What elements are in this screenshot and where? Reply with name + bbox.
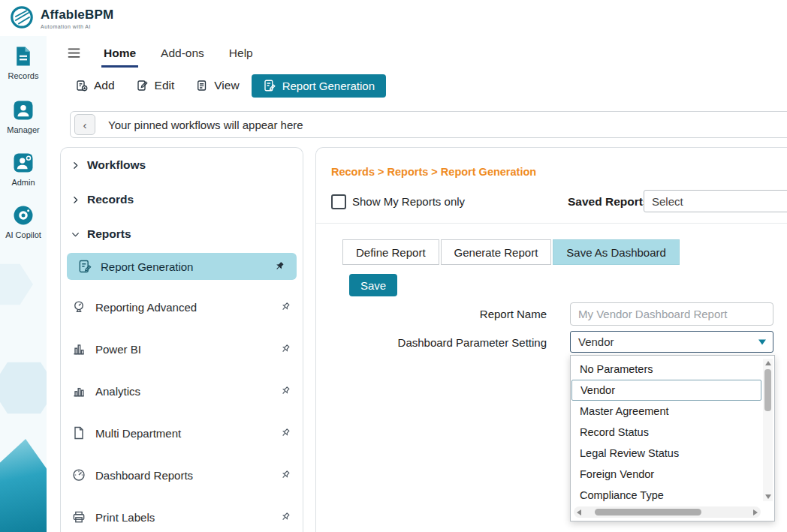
dropdown-option-record-status[interactable]: Record Status	[571, 422, 761, 443]
menu-item-home[interactable]: Home	[101, 38, 138, 68]
chevron-down-icon	[71, 230, 80, 239]
tree-item-label: Print Labels	[95, 511, 155, 524]
dashboard-parameter-value: Vendor	[578, 335, 614, 348]
hexagon-decoration	[0, 261, 33, 308]
dashboard-parameter-label: Dashboard Parameter Setting	[316, 336, 547, 349]
tree-item-label: Multi Department	[95, 427, 181, 440]
report-generation-icon	[263, 79, 276, 92]
report-tabs: Define Report Generate Report Save As Da…	[342, 239, 680, 265]
scroll-left-arrow-icon[interactable]	[577, 509, 581, 515]
add-label: Add	[94, 79, 115, 92]
tree-section-reports[interactable]: Reports	[61, 217, 303, 251]
report-name-input[interactable]	[570, 302, 773, 326]
dropdown-option-compliance-type[interactable]: Compliance Type	[571, 485, 761, 501]
sidebar-item-label: Admin	[11, 178, 35, 187]
vertical-scrollbar[interactable]	[763, 359, 773, 501]
tree-item-power-bi[interactable]: Power BI	[61, 328, 303, 370]
add-button[interactable]: Add	[75, 79, 115, 92]
edit-icon	[136, 79, 149, 92]
scroll-down-arrow-icon[interactable]	[765, 494, 771, 499]
tree-section-workflows[interactable]: Workflows	[61, 148, 303, 182]
tab-save-as-dashboard[interactable]: Save As Dashboard	[553, 239, 680, 265]
brand-name: AffableBPM	[41, 8, 113, 23]
report-generation-label: Report Generation	[282, 80, 375, 92]
sidebar-item-label: Records	[8, 71, 39, 80]
pin-icon[interactable]	[279, 469, 291, 482]
app-root: AffableBPM Automation with AI Records Ma…	[0, 0, 787, 532]
app-sidebar: Records Manager Admin AI Copilot	[0, 36, 47, 532]
sidebar-item-ai-copilot[interactable]: AI Copilot	[0, 204, 47, 239]
document-icon	[71, 425, 86, 440]
tree-item-label: Analytics	[95, 385, 140, 398]
pin-icon[interactable]	[279, 427, 291, 440]
chevron-right-icon	[71, 161, 80, 170]
show-my-reports-label: Show My Reports only	[352, 195, 465, 208]
dropdown-option-master-agreement[interactable]: Master Agreement	[571, 401, 761, 422]
tree-item-reporting-advanced[interactable]: Reporting Advanced	[61, 286, 303, 328]
action-toolbar: Add Edit View Report Generation	[47, 71, 787, 101]
tree-item-analytics[interactable]: Analytics	[61, 370, 303, 412]
tree-section-records[interactable]: Records	[61, 182, 303, 217]
ai-copilot-icon	[12, 204, 35, 227]
menu-item-help[interactable]: Help	[227, 38, 255, 68]
pin-icon[interactable]	[279, 511, 291, 524]
save-button[interactable]: Save	[349, 274, 397, 296]
dropdown-option-vendor[interactable]: Vendor	[571, 380, 761, 401]
saved-reports-label: Saved Reports	[568, 195, 650, 209]
dashboard-parameter-select[interactable]: Vendor	[570, 331, 773, 353]
tree-section-label: Records	[87, 193, 134, 206]
horizontal-scrollbar-thumb[interactable]	[595, 509, 701, 515]
tab-generate-report[interactable]: Generate Report	[441, 239, 552, 265]
hexagon-decoration	[0, 359, 47, 417]
pin-icon[interactable]	[279, 385, 291, 398]
view-icon	[195, 79, 209, 92]
dropdown-option-foreign-vendor[interactable]: Foreign Vendor	[571, 464, 761, 485]
hamburger-menu-icon[interactable]	[66, 45, 82, 61]
show-my-reports-checkbox[interactable]	[331, 194, 346, 209]
saved-reports-select[interactable]: Select	[644, 190, 787, 212]
view-button[interactable]: View	[195, 79, 239, 92]
parameter-dropdown-list: No Parameters Vendor Master Agreement Re…	[570, 355, 775, 521]
dropdown-option-legal-review-status[interactable]: Legal Review Status	[571, 443, 761, 464]
pin-icon[interactable]	[279, 343, 291, 356]
menu-bar: Home Add-ons Help	[47, 36, 787, 69]
vertical-scrollbar-thumb[interactable]	[764, 369, 771, 411]
admin-icon	[12, 152, 35, 174]
tree-item-label: Reporting Advanced	[95, 301, 197, 314]
brand-logo-icon	[9, 5, 35, 30]
tree-item-report-generation[interactable]: Report Generation	[67, 253, 297, 280]
sidebar-item-records[interactable]: Records	[0, 45, 47, 80]
dropdown-options: No Parameters Vendor Master Agreement Re…	[571, 359, 761, 501]
edit-label: Edit	[155, 79, 175, 92]
tree-item-dashboard-reports[interactable]: Dashboard Reports	[61, 454, 303, 496]
section-divider	[316, 223, 787, 224]
add-icon	[75, 79, 89, 92]
collapse-pinned-button[interactable]: ‹	[74, 114, 95, 135]
speedometer-icon	[71, 467, 86, 482]
sidebar-item-label: Manager	[7, 125, 39, 134]
menu-items: Home Add-ons Help	[101, 38, 255, 68]
scroll-up-arrow-icon[interactable]	[765, 361, 771, 365]
tree-section-label: Workflows	[87, 158, 146, 172]
view-label: View	[214, 79, 239, 92]
menu-item-add-ons[interactable]: Add-ons	[158, 38, 207, 68]
tab-define-report[interactable]: Define Report	[342, 239, 439, 265]
report-generation-button[interactable]: Report Generation	[252, 74, 386, 98]
breadcrumb[interactable]: Records > Reports > Report Generation	[331, 166, 536, 178]
sidebar-item-manager[interactable]: Manager	[0, 99, 47, 134]
pin-icon[interactable]	[273, 260, 285, 273]
sidebar-item-label: AI Copilot	[5, 230, 41, 239]
dropdown-option-no-parameters[interactable]: No Parameters	[571, 359, 761, 380]
dropdown-arrow-icon	[758, 339, 766, 344]
tree-item-label: Report Generation	[101, 260, 193, 273]
pin-icon[interactable]	[279, 301, 291, 314]
brand-logo[interactable]: AffableBPM Automation with AI	[9, 5, 113, 30]
sidebar-item-admin[interactable]: Admin	[0, 152, 47, 187]
tree-item-multi-department[interactable]: Multi Department	[61, 412, 303, 454]
tree-item-print-labels[interactable]: Print Labels	[61, 496, 303, 532]
bar-chart-icon	[71, 383, 86, 398]
scroll-right-arrow-icon[interactable]	[753, 509, 758, 515]
report-name-label: Report Name	[316, 308, 547, 320]
horizontal-scrollbar[interactable]	[574, 506, 761, 518]
edit-button[interactable]: Edit	[136, 79, 175, 92]
